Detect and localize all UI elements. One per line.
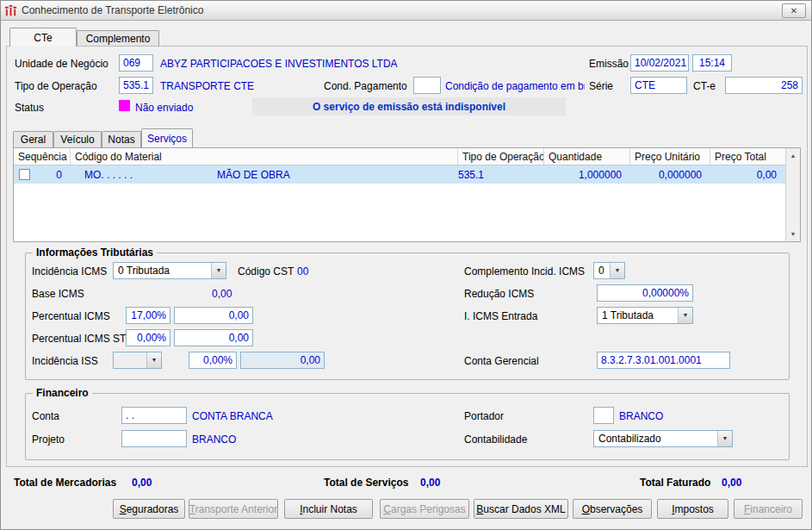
buscar-dados-xml-button[interactable]: Buscar Dados XML (474, 499, 568, 519)
percentual-icms-value-input[interactable]: 0,00 (174, 307, 253, 324)
tab-cte-label: CTe (34, 32, 52, 44)
chevron-down-icon: ▼ (678, 308, 692, 323)
projeto-input[interactable] (121, 430, 187, 447)
tributarias-title: Informações Tributárias (33, 246, 157, 259)
emission-service-banner: O serviço de emissão está indisponível (252, 97, 566, 115)
cte-number-input[interactable]: 258 (725, 77, 803, 94)
observacoes-button[interactable]: Observações (573, 499, 652, 519)
cell-codigo: MO. . . . . . (66, 169, 213, 181)
incluir-notas-button[interactable]: Incluir Notas (284, 499, 373, 519)
chevron-down-icon: ▼ (610, 263, 624, 278)
incidencia-icms-value: 0 Tributada (118, 265, 170, 277)
percentual-icms-label: Percentual ICMS (32, 310, 110, 322)
tipo-operacao-input[interactable]: 535.1 (119, 77, 153, 94)
col-preco-total[interactable]: Preço Total (710, 148, 785, 165)
percentual-icms-st-value-input[interactable]: 0,00 (174, 329, 253, 346)
iss-pct-input[interactable]: 0,00% (189, 352, 237, 369)
percentual-icms-st-pct-input[interactable]: 0,00% (126, 329, 170, 346)
projeto-label: Projeto (32, 433, 65, 446)
cond-pagamento-name: Condição de pagamento em branco (445, 80, 585, 92)
base-icms-label: Base ICMS (32, 288, 84, 300)
portador-name: BRANCO (619, 410, 663, 422)
base-icms-value: 0,00 (212, 288, 232, 300)
total-servicos-label: Total de Serviços (324, 477, 408, 489)
conta-input[interactable]: . . (121, 407, 187, 424)
conta-label: Conta (32, 410, 59, 422)
incluir-notas-button-label: Incluir Notas (300, 503, 357, 515)
col-preco-unitario[interactable]: Preço Unitário (630, 148, 710, 165)
table-row[interactable]: 0 MO. . . . . . MÃO DE OBRA 535.1 1,0000… (14, 165, 785, 184)
tipo-operacao-name: TRANSPORTE CTE (160, 80, 254, 92)
financeiro-title: Financeiro (33, 387, 92, 399)
icms-entrada-value: 1 Tributada (602, 309, 654, 321)
observacoes-button-label: Observações (582, 503, 643, 515)
conta-name: CONTA BRANCA (192, 410, 273, 422)
incidencia-iss-label: Incidência ISS (32, 355, 98, 367)
close-button[interactable]: ✕ (782, 3, 806, 18)
cell-tipo: 535.1 (454, 169, 540, 181)
contabilidade-select[interactable]: Contabilizado ▼ (593, 430, 733, 447)
subtab-servicos[interactable]: Serviços (141, 128, 193, 147)
grid-scrollbar[interactable]: ▲ ▼ (785, 148, 800, 241)
total-faturado-value: 0,00 (722, 477, 741, 489)
impostos-button-label: Impostos (672, 503, 714, 515)
buscar-dados-xml-button-label: Buscar Dados XML (476, 503, 565, 515)
subtab-veiculo[interactable]: Veículo (53, 131, 102, 147)
cell-quantidade: 1,000000 (540, 169, 626, 181)
percentual-icms-st-label: Percentual ICMS ST (32, 333, 126, 345)
services-grid: Sequência Código do Material Tipo de Ope… (13, 147, 801, 242)
status-value: Não enviado (135, 102, 193, 114)
subtab-notas[interactable]: Notas (102, 131, 141, 147)
emissao-time-input[interactable]: 15:14 (692, 54, 732, 72)
financeiro-button-label: Financeiro (744, 503, 792, 515)
col-sequencia[interactable]: Sequência (14, 148, 71, 165)
icms-entrada-label: I. ICMS Entrada (464, 310, 537, 322)
cell-descricao: MÃO DE OBRA (213, 169, 454, 181)
app-icon (4, 4, 17, 17)
tab-complemento[interactable]: Complemento (77, 30, 159, 47)
cte-window: Conhecimento de Transporte Eletrônico ✕ … (0, 0, 812, 530)
codigo-cst-label: Código CST (238, 265, 294, 277)
total-servicos-value: 0,00 (420, 477, 440, 489)
incidencia-icms-label: Incidência ICMS (32, 265, 107, 277)
complemento-incid-value: 0 (598, 265, 604, 277)
scroll-up-icon[interactable]: ▲ (786, 148, 800, 163)
conta-gerencial-input[interactable]: 8.3.2.7.3.01.001.0001 (597, 352, 730, 369)
window-title: Conhecimento de Transporte Eletrônico (22, 4, 203, 16)
cargas-perigosas-button: Cargas Perigosas (380, 499, 469, 519)
portador-label: Portador (464, 410, 504, 422)
cte-number-label: CT-e (693, 80, 716, 92)
col-quantidade[interactable]: Quantidade (544, 148, 630, 165)
portador-input[interactable] (593, 407, 614, 424)
title-bar: Conhecimento de Transporte Eletrônico (1, 1, 811, 21)
contabilidade-label: Contabilidade (464, 433, 527, 446)
cond-pagamento-input[interactable] (413, 77, 441, 94)
unidade-negocio-name: ABYZ PARTICIPACOES E INVESTIMENTOS LTDA (160, 58, 398, 70)
projeto-name: BRANCO (192, 433, 236, 446)
subtab-notas-label: Notas (108, 134, 134, 146)
subtab-veiculo-label: Veículo (60, 134, 94, 146)
subtab-geral[interactable]: Geral (13, 131, 53, 147)
scroll-down-icon[interactable]: ▼ (786, 227, 800, 241)
serie-input[interactable]: CTE (630, 77, 687, 94)
row-checkbox[interactable] (19, 169, 30, 180)
cond-pagamento-label: Cond. Pagamento (324, 80, 407, 92)
reducao-icms-input[interactable]: 0,00000% (597, 284, 693, 302)
col-tipo-operacao[interactable]: Tipo de Operação (458, 148, 544, 165)
icms-entrada-select[interactable]: 1 Tributada ▼ (597, 307, 693, 324)
incidencia-icms-select[interactable]: 0 Tributada ▼ (113, 262, 226, 279)
complemento-incid-select[interactable]: 0 ▼ (593, 262, 625, 279)
financeiro-button: Financeiro (734, 499, 803, 519)
unidade-negocio-input[interactable]: 069 (119, 54, 153, 72)
cargas-perigosas-button-label: Cargas Perigosas (383, 503, 465, 515)
complemento-incid-label: Complemento Incid. ICMS (464, 265, 585, 277)
impostos-button[interactable]: Impostos (657, 499, 728, 519)
tab-cte[interactable]: CTe (9, 28, 77, 47)
cell-seq: 0 (30, 169, 66, 181)
col-codigo-material[interactable]: Código do Material (71, 148, 458, 165)
serie-label: Série (589, 80, 613, 92)
emissao-date-input[interactable]: 10/02/2021 (630, 54, 689, 72)
seguradoras-button[interactable]: Seguradoras (113, 499, 185, 519)
percentual-icms-pct-input[interactable]: 17,00% (126, 307, 170, 324)
incidencia-iss-select[interactable]: ▼ (113, 352, 162, 369)
